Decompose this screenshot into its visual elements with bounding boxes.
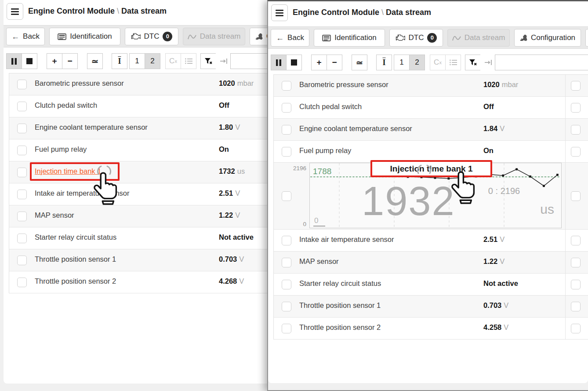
parameter-chart-row: 219601788019320 : 2196us [274,163,588,230]
row-checkbox[interactable] [282,103,291,113]
collapse-panel-button[interactable] [480,55,496,70]
row-checkbox-secondary[interactable] [571,191,581,201]
chart-range-label: 0 : 2196 [488,186,520,196]
row-checkbox-secondary[interactable] [571,324,581,333]
minmax-button[interactable]: ≃ [87,53,103,69]
row-checkbox[interactable] [17,124,27,133]
column-divider [565,97,566,118]
one-column-button[interactable]: 1 [394,55,410,70]
parameter-name[interactable]: Clutch pedal switch [299,102,362,111]
autoscale-button[interactable]: I [112,53,127,69]
row-checkbox[interactable] [282,147,291,157]
row-checkbox-secondary[interactable] [571,236,581,245]
row-checkbox-secondary[interactable] [571,125,581,135]
parameter-name[interactable]: Clutch pedal switch [35,101,97,110]
row-checkbox-secondary[interactable] [571,103,581,113]
remove-parameter-button[interactable]: − [62,53,78,69]
row-checkbox[interactable] [17,146,27,155]
autoscale-button[interactable]: I [376,55,392,70]
filter-input[interactable] [495,55,588,70]
data-stream-table: Barometric pressure sensor1020mbarClutch… [273,74,588,340]
row-checkbox[interactable] [282,302,291,311]
row-checkbox-secondary[interactable] [571,81,581,91]
pause-button[interactable] [271,55,287,70]
parameter-name[interactable]: Intake air temperature sensor [299,235,394,244]
parameter-name[interactable]: Throttle position sensor 1 [299,301,381,310]
parameter-name[interactable]: Barometric pressure sensor [299,80,388,89]
row-checkbox[interactable] [17,212,27,221]
collapse-panel-button[interactable] [216,53,232,69]
two-columns-button[interactable]: 2 [145,53,160,69]
row-checkbox[interactable] [17,234,27,243]
chart-reference-value-label: 1788 [313,167,331,176]
parameter-name[interactable]: Engine coolant temperature sensor [35,123,148,132]
add-parameter-button[interactable]: + [311,55,327,70]
select-list-button[interactable] [181,53,196,69]
parameter-name[interactable]: MAP sensor [299,257,339,266]
stop-button[interactable] [22,53,37,69]
tab-data-stream[interactable]: Data stream [183,28,245,45]
row-checkbox[interactable] [282,125,291,135]
row-checkbox-secondary[interactable] [571,302,581,311]
parameter-name[interactable]: Barometric pressure sensor [35,79,124,88]
parameter-name[interactable]: Throttle position sensor 2 [299,323,381,332]
row-checkbox[interactable] [17,168,27,177]
row-checkbox[interactable] [17,256,27,265]
parameter-name[interactable]: MAP sensor [35,211,74,219]
row-checkbox-secondary[interactable] [571,280,581,289]
row-checkbox-secondary[interactable] [571,147,581,157]
row-checkbox[interactable] [17,80,27,89]
row-checkbox[interactable] [282,324,291,333]
one-column-button[interactable]: 1 [129,53,145,69]
parameter-unit: us [235,167,245,175]
parameter-name[interactable]: Throttle position sensor 1 [35,255,116,263]
back-arrow-icon: ← [276,33,284,43]
pause-button[interactable] [6,53,22,69]
row-checkbox[interactable] [282,280,291,289]
parameter-name[interactable]: Engine coolant temperature sensor [299,124,412,133]
parameter-row: Throttle position sensor 24.268V [9,271,311,293]
add-parameter-button[interactable]: + [47,53,62,69]
back-button[interactable]: ←Back [6,28,45,45]
select-list-button[interactable] [445,55,461,70]
clear-filter-button[interactable] [200,53,216,69]
parameter-value: 2.51V [219,189,240,197]
clear-selection-button[interactable]: Cx [165,53,181,69]
parameter-row: MAP sensor1.22V [9,205,311,227]
menu-button[interactable] [271,4,288,21]
tab-dtc[interactable]: DTC0 [389,29,443,47]
back-button[interactable]: ←Back [271,29,309,47]
parameter-name[interactable]: Starter relay circuit status [299,279,381,288]
breadcrumb-separator: \ [379,8,386,17]
tab-next-partial[interactable] [585,29,588,47]
stop-button[interactable] [286,55,302,70]
parameter-name[interactable]: Intake air temperature sensor [35,189,130,197]
parameter-name[interactable]: Fuel pump relay [299,146,351,155]
row-checkbox[interactable] [17,102,27,111]
tab-configuration[interactable]: Configuration [514,29,581,47]
remove-parameter-button[interactable]: − [327,55,342,70]
data-stream-table: Barometric pressure sensor1020mbarClutch… [9,73,311,293]
tab-dtc[interactable]: DTC0 [125,28,178,45]
minmax-button[interactable]: ≃ [352,55,367,70]
row-checkbox[interactable] [282,81,291,91]
row-checkbox[interactable] [282,258,291,267]
parameter-row: Clutch pedal switchOff [9,95,311,117]
row-checkbox[interactable] [282,236,291,245]
tab-identification[interactable]: Identification [314,29,385,47]
two-columns-button[interactable]: 2 [409,55,425,70]
parameter-name[interactable]: Fuel pump relay [35,145,87,153]
row-checkbox[interactable] [17,278,27,287]
column-divider [565,296,566,317]
row-checkbox[interactable] [17,190,27,199]
clear-selection-button[interactable]: Cx [430,55,446,70]
parameter-name[interactable]: Throttle position sensor 2 [35,277,116,285]
tab-identification[interactable]: Identification [49,28,120,45]
parameter-name[interactable]: Starter relay circuit status [35,233,116,241]
clear-filter-button[interactable] [465,55,481,70]
inline-chart[interactable]: 1788019320 : 2196us [309,163,562,228]
parameter-name-link[interactable]: Injection time bank 1 [35,167,101,175]
row-checkbox-secondary[interactable] [571,258,581,267]
tab-data-stream[interactable]: Data stream [447,29,510,47]
menu-button[interactable] [7,3,23,20]
